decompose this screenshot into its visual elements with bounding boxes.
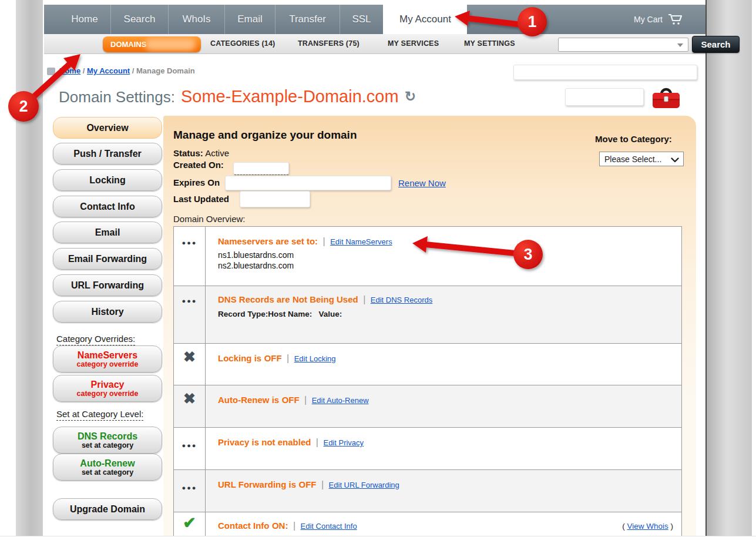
row-title: Contact Info xyxy=(218,521,270,531)
breadcrumb: Home / My Account / Manage Domain xyxy=(59,66,195,75)
upgrade-domain-button[interactable]: Upgrade Domain xyxy=(53,498,162,520)
refresh-icon[interactable]: ↻ xyxy=(405,89,416,105)
subnav-my-settings[interactable]: MY SETTINGS xyxy=(464,39,515,48)
move-to-category-label: Move to Category: xyxy=(595,134,672,144)
sidebar-auto-renew-category[interactable]: Auto-Renew set at category xyxy=(53,454,162,481)
window-left-edge xyxy=(16,0,43,536)
row-title-status: Not Being Used xyxy=(293,294,358,304)
dots-icon: ●●● xyxy=(182,239,197,286)
my-cart-label: My Cart xyxy=(634,15,663,24)
edit-nameservers-link[interactable]: Edit NameServers xyxy=(330,237,392,246)
breadcrumb-current: Manage Domain xyxy=(136,66,195,75)
page-right-border xyxy=(705,0,707,536)
edit-dns-records-link[interactable]: Edit DNS Records xyxy=(371,296,432,304)
category-subtitle: set at category xyxy=(82,469,133,476)
sub-nav: DOMAINS CATEGORIES (14) TRANSFERS (75) M… xyxy=(44,34,705,54)
subnav-categories[interactable]: CATEGORIES (14) xyxy=(210,39,275,48)
tab-transfer[interactable]: Transfer xyxy=(275,5,340,34)
breadcrumb-sep: / xyxy=(80,66,87,75)
redacted-updated-date xyxy=(240,191,310,207)
edit-auto-renew-link[interactable]: Edit Auto-Renew xyxy=(312,396,369,405)
renew-now-link[interactable]: Renew Now xyxy=(398,178,446,188)
row-status-on: ON: xyxy=(272,521,288,531)
domain-name: Some-Example-Domain.com xyxy=(181,87,399,106)
home-icon xyxy=(47,68,55,75)
x-icon: ✖ xyxy=(183,390,196,427)
window-right-edge xyxy=(707,0,752,536)
tab-email[interactable]: Email xyxy=(224,5,275,34)
tab-ssl[interactable]: SSL xyxy=(340,5,383,34)
subnav-domains-tab[interactable]: DOMAINS xyxy=(103,36,201,52)
top-nav: Home Search WhoIs Email Transfer SSL My … xyxy=(44,5,705,34)
category-subtitle: set at category xyxy=(82,442,133,449)
sidebar-tab-history[interactable]: History xyxy=(53,301,162,323)
breadcrumb-sep: / xyxy=(130,66,136,75)
sidebar-privacy-override[interactable]: Privacy category override xyxy=(53,375,162,402)
override-title: Privacy xyxy=(91,380,125,390)
row-title: URL Forwarding is xyxy=(218,479,296,489)
redacted-box-title-right xyxy=(565,88,644,106)
sidebar-tab-overview[interactable]: Overview xyxy=(53,117,162,139)
redacted-expires-date xyxy=(225,176,391,190)
sidebar-tab-url-forwarding[interactable]: URL Forwarding xyxy=(53,274,162,296)
last-updated-label: Last Updated xyxy=(173,194,229,204)
override-subtitle: category override xyxy=(77,361,139,368)
domain-search-select[interactable] xyxy=(558,38,688,52)
row-title: Locking is xyxy=(218,353,261,363)
created-on-label: Created On: xyxy=(173,160,224,170)
edit-contact-info-link[interactable]: Edit Contact Info xyxy=(301,522,357,531)
sidebar-tab-contact-info[interactable]: Contact Info xyxy=(53,196,162,217)
expires-on-label: Expires On xyxy=(173,177,220,187)
row-status-off: OFF xyxy=(282,395,300,405)
sidebar-dns-records-category[interactable]: DNS Records set at category xyxy=(53,427,162,454)
breadcrumb-home[interactable]: Home xyxy=(59,66,80,75)
page-title: Domain Settings: Some-Example-Domain.com… xyxy=(59,87,416,106)
tab-home[interactable]: Home xyxy=(59,5,110,34)
check-icon: ✔ xyxy=(183,514,196,536)
chevron-down-icon xyxy=(671,157,679,163)
override-subtitle: category override xyxy=(77,390,139,398)
sidebar-tab-locking[interactable]: Locking xyxy=(53,169,162,191)
view-whois-link[interactable]: View Whois xyxy=(627,522,668,531)
row-title: DNS Records are xyxy=(218,294,290,304)
sidebar-tab-push-transfer[interactable]: Push / Transfer xyxy=(53,143,162,165)
sidebar-nameservers-override[interactable]: NameServers category override xyxy=(53,345,162,373)
record-type-line: Record Type:Host Name: Value: xyxy=(218,310,673,318)
cart-icon xyxy=(668,14,683,25)
row-status-off: OFF xyxy=(264,353,282,363)
status-value: Active xyxy=(205,148,229,158)
toolbox-icon[interactable] xyxy=(651,86,681,110)
set-at-category-label: Set at Category Level: xyxy=(56,409,143,419)
row-title: Nameservers are set to: xyxy=(218,236,318,246)
row-url-forwarding: ●●● URL Forwarding is OFF | Edit URL For… xyxy=(174,470,681,512)
page-bottom-band xyxy=(0,536,756,547)
override-title: NameServers xyxy=(78,350,137,361)
section-heading: Manage and organize your domain xyxy=(173,129,357,142)
dots-icon: ●●● xyxy=(182,297,197,343)
search-button[interactable]: Search xyxy=(692,36,740,53)
tab-my-account[interactable]: My Account xyxy=(383,5,467,34)
sidebar-tab-email-forwarding[interactable]: Email Forwarding xyxy=(53,248,162,270)
subnav-my-services[interactable]: MY SERVICES xyxy=(388,39,439,48)
view-whois-wrap: ( View Whois ) xyxy=(622,522,673,531)
row-contact-info: ✔ ( View Whois ) Contact Info ON: | Edit… xyxy=(174,512,681,536)
nameserver-2: ns2.bluestardns.com xyxy=(218,261,673,270)
domain-overview-label: Domain Overview: xyxy=(173,214,246,224)
edit-locking-link[interactable]: Edit Locking xyxy=(294,354,336,363)
move-to-category-select[interactable]: Please Select... xyxy=(599,152,684,166)
category-title: Auto-Renew xyxy=(80,458,135,469)
row-dns-records: ●●● DNS Records are Not Being Used | Edi… xyxy=(174,286,681,344)
my-cart-button[interactable]: My Cart xyxy=(634,5,683,34)
breadcrumb-my-account[interactable]: My Account xyxy=(87,66,130,75)
edit-privacy-link[interactable]: Edit Privacy xyxy=(323,438,364,447)
edit-url-forwarding-link[interactable]: Edit URL Forwarding xyxy=(329,481,399,489)
title-prefix: Domain Settings: xyxy=(59,88,175,106)
row-title: Auto-Renew is xyxy=(218,395,279,405)
row-nameservers: ●●● Nameservers are set to: | Edit NameS… xyxy=(174,227,681,286)
sidebar-tab-email[interactable]: Email xyxy=(53,222,162,243)
subnav-transfers[interactable]: TRANSFERS (75) xyxy=(298,39,359,48)
domains-label: DOMAINS xyxy=(110,40,146,49)
tab-search[interactable]: Search xyxy=(110,5,168,34)
chevron-down-icon xyxy=(677,43,683,47)
tab-whois[interactable]: WhoIs xyxy=(168,5,224,34)
